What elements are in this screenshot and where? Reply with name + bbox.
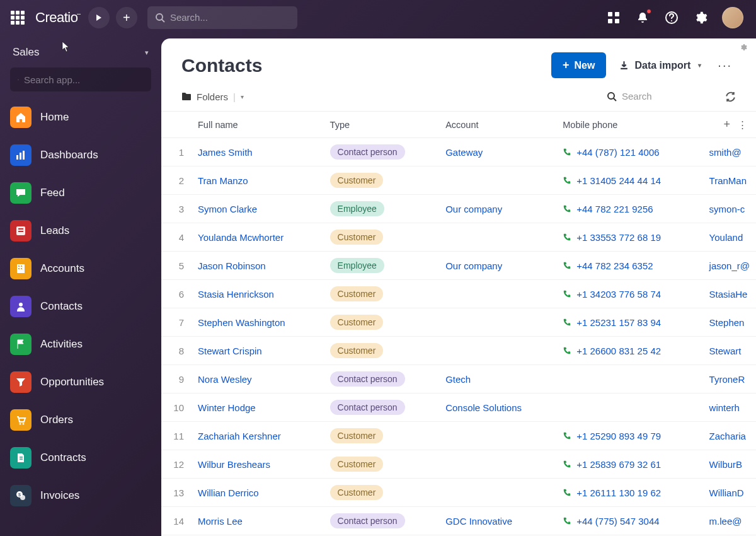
table-row[interactable]: 12Wilbur BreshearsCustomer+1 25839 679 3… [161, 450, 756, 479]
email-link[interactable]: WillianD [709, 487, 744, 498]
add-column-button[interactable]: + [721, 118, 733, 131]
email-link[interactable]: WilburB [709, 459, 743, 470]
email-link[interactable]: StasiaHe [709, 289, 748, 300]
account-link[interactable]: Our company [445, 204, 502, 214]
table-row[interactable]: 13Willian DerricoCustomer+1 26111 130 19… [161, 479, 756, 507]
table-row[interactable]: 6Stasia HenricksonCustomer+1 34203 776 5… [161, 280, 756, 308]
svg-point-22 [20, 423, 21, 425]
sidebar: Sales ▾ HomeDashboardsFeedLeadsAccountsC… [0, 35, 161, 536]
contact-name-link[interactable]: James Smith [198, 147, 253, 158]
table-row[interactable]: 2Tran ManzoCustomer+1 31405 244 44 14Tra… [161, 166, 756, 195]
phone-link[interactable]: +44 (775) 547 3044 [576, 516, 659, 527]
table-row[interactable]: 3Symon ClarkeEmployeeOur company+44 782 … [161, 195, 756, 223]
email-link[interactable]: TyroneR [709, 374, 745, 385]
phone-link[interactable]: +44 782 221 9256 [576, 204, 653, 214]
notifications-button[interactable] [635, 10, 650, 25]
sidebar-item-invoices[interactable]: $Invoices [10, 485, 151, 506]
contact-name-link[interactable]: Tran Manzo [198, 175, 248, 186]
help-button[interactable] [664, 10, 679, 25]
col-account[interactable]: Account [439, 112, 556, 138]
sidebar-item-leads[interactable]: Leads [10, 220, 151, 242]
sidebar-item-home[interactable]: Home [10, 107, 151, 128]
play-button[interactable] [88, 7, 110, 28]
sidebar-item-opportunities[interactable]: Opportunities [10, 371, 151, 393]
marketplace-button[interactable] [606, 10, 621, 25]
account-link[interactable]: Our company [445, 260, 502, 271]
contact-name-link[interactable]: Willian Derrico [198, 487, 259, 498]
table-row[interactable]: 14Morris LeeContact personGDC Innovative… [161, 507, 756, 535]
account-link[interactable]: Gateway [445, 147, 483, 158]
phone-link[interactable]: +1 26600 831 25 42 [576, 346, 661, 356]
apps-grid-button[interactable] [9, 9, 26, 26]
add-button[interactable]: + [116, 7, 137, 28]
table-row[interactable]: 7Stephen WashingtonCustomer+1 25231 157 … [161, 308, 756, 337]
contact-name-link[interactable]: Symon Clarke [198, 204, 257, 214]
user-avatar[interactable] [722, 7, 743, 28]
sidebar-item-accounts[interactable]: Accounts [10, 258, 151, 279]
sidebar-item-contacts[interactable]: Contacts [10, 296, 151, 317]
new-button[interactable]: + New [551, 52, 606, 78]
sidebar-item-activities[interactable]: Activities [10, 334, 151, 355]
email-link[interactable]: symon-c [709, 204, 745, 214]
email-link[interactable]: Youland [709, 232, 743, 243]
contact-name-link[interactable]: Stephen Washington [198, 317, 285, 328]
panel-settings-button[interactable] [740, 44, 747, 51]
contact-name-link[interactable]: Stasia Henrickson [198, 289, 274, 300]
account-link[interactable]: Console Solutions [445, 402, 522, 413]
table-row[interactable]: 5Jason RobinsonEmployeeOur company+44 78… [161, 252, 756, 280]
phone-link[interactable]: +1 26111 130 19 62 [576, 487, 661, 498]
refresh-button[interactable] [725, 91, 736, 102]
phone-link[interactable]: +1 25231 157 83 94 [576, 317, 661, 328]
sidebar-search-input[interactable] [24, 74, 144, 85]
account-link[interactable]: GDC Innovative [445, 516, 512, 527]
sidebar-item-orders[interactable]: Orders [10, 409, 151, 431]
grid-search-input[interactable] [622, 91, 710, 102]
account-link[interactable]: Gtech [445, 374, 471, 385]
contact-name-link[interactable]: Zachariah Kershner [198, 431, 281, 441]
sidebar-search[interactable] [10, 67, 151, 91]
global-search[interactable] [147, 6, 297, 29]
phone-link[interactable]: +1 25839 679 32 61 [576, 459, 661, 470]
email-link[interactable]: TranMan [709, 175, 747, 186]
phone-link[interactable]: +44 (787) 121 4006 [576, 147, 659, 158]
email-link[interactable]: Zacharia [709, 431, 746, 441]
email-link[interactable]: winterh [709, 402, 740, 413]
email-link[interactable]: Stewart [709, 346, 742, 356]
email-link[interactable]: jason_r@ [709, 260, 750, 271]
settings-button[interactable] [693, 10, 708, 25]
data-import-button[interactable]: Data import ▾ [615, 54, 705, 78]
sidebar-item-contracts[interactable]: Contracts [10, 447, 151, 469]
col-full-name[interactable]: Full name [192, 112, 324, 138]
sidebar-item-feed[interactable]: Feed [10, 182, 151, 204]
contact-name-link[interactable]: Morris Lee [198, 516, 243, 527]
contact-name-link[interactable]: Nora Wesley [198, 374, 252, 385]
contact-name-link[interactable]: Winter Hodge [198, 402, 256, 413]
table-row[interactable]: 8Stewart CrispinCustomer+1 26600 831 25 … [161, 337, 756, 365]
contact-name-link[interactable]: Jason Robinson [198, 260, 266, 271]
grid-search[interactable] [605, 88, 711, 105]
phone-link[interactable]: +1 33553 772 68 19 [576, 232, 661, 243]
phone-link[interactable]: +1 25290 893 49 79 [576, 431, 661, 441]
phone-link[interactable]: +44 782 234 6352 [576, 260, 653, 271]
module-selector[interactable]: Sales ▾ [10, 46, 151, 59]
col-mobile[interactable]: Mobile phone [556, 112, 702, 138]
table-row[interactable]: 10Winter HodgeContact personConsole Solu… [161, 393, 756, 422]
table-row[interactable]: 9Nora WesleyContact personGtechTyroneR [161, 365, 756, 393]
phone-link[interactable]: +1 34203 776 58 74 [576, 289, 661, 300]
column-menu-button[interactable]: ⋮ [735, 120, 750, 130]
email-link[interactable]: m.lee@ [709, 516, 742, 527]
contact-name-link[interactable]: Wilbur Breshears [198, 459, 270, 470]
more-actions-button[interactable]: ··· [714, 58, 736, 73]
email-link[interactable]: smith@ [709, 147, 742, 158]
global-search-input[interactable] [170, 12, 290, 23]
col-type[interactable]: Type [324, 112, 440, 138]
contact-name-link[interactable]: Stewart Crispin [198, 346, 262, 356]
table-row[interactable]: 11Zachariah KershnerCustomer+1 25290 893… [161, 422, 756, 450]
phone-link[interactable]: +1 31405 244 44 14 [576, 175, 661, 186]
sidebar-item-dashboards[interactable]: Dashboards [10, 144, 151, 166]
table-row[interactable]: 1James SmithContact personGateway+44 (78… [161, 138, 756, 166]
email-link[interactable]: Stephen [709, 317, 745, 328]
contact-name-link[interactable]: Youlanda Mcwhorter [198, 232, 284, 243]
folders-button[interactable]: Folders | ▾ [181, 91, 244, 102]
table-row[interactable]: 4Youlanda McwhorterCustomer+1 33553 772 … [161, 223, 756, 252]
